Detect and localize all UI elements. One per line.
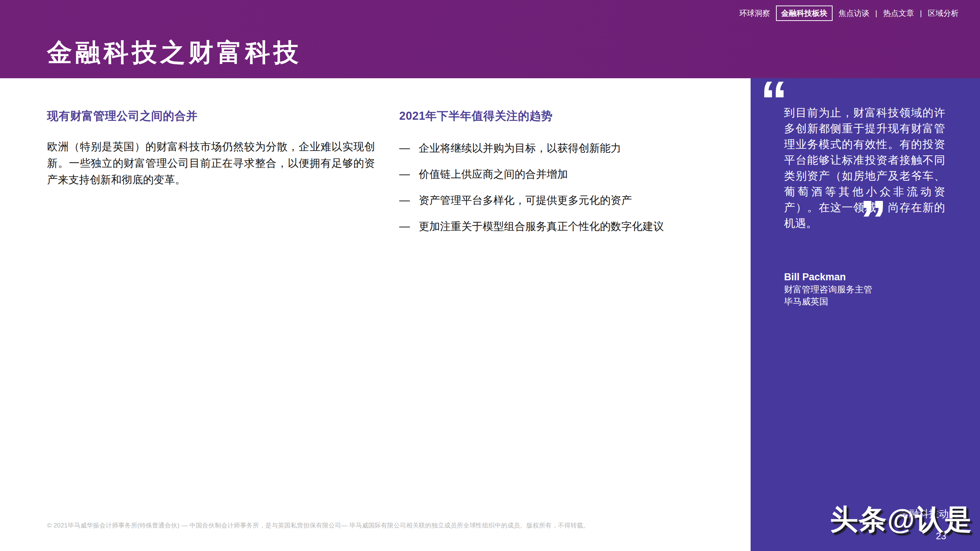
column-trends: 2021年下半年值得关注的趋势 — 企业将继续以并购为目标，以获得创新能力 — … (399, 108, 752, 245)
quote-attribution: Bill Packman 财富管理咨询服务主管 毕马威英国 (784, 271, 872, 308)
page-title: 金融科技之财富科技 (47, 40, 302, 65)
dash-bullet: — (399, 141, 410, 156)
trend-text: 价值链上供应商之间的合并增加 (419, 167, 568, 181)
nav-item-hot-articles[interactable]: 热点文章 (883, 7, 915, 19)
nav-item-focus-interviews[interactable]: 焦点访谈 (838, 7, 870, 19)
consolidation-paragraph: 欧洲（特别是英国）的财富科技市场仍然较为分散，企业难以实现创新。一些独立的财富管… (47, 138, 375, 188)
list-item: — 企业将继续以并购为目标，以获得创新能力 (399, 141, 752, 156)
nav-item-global-insights[interactable]: 环球洞察 (738, 7, 771, 19)
nav-item-regional-analysis[interactable]: 区域分析 (927, 7, 959, 19)
column-consolidation: 现有财富管理公司之间的合并 欧洲（特别是英国）的财富科技市场仍然较为分散，企业难… (47, 108, 378, 188)
nav-separator: | (875, 9, 877, 17)
dash-bullet: — (399, 167, 410, 181)
nav-item-fintech-section[interactable]: 金融科技板块 (776, 5, 833, 21)
header-band: 环球洞察 金融科技板块 焦点访谈 | 热点文章 | 区域分析 金融科技之财富科技 (0, 0, 980, 78)
consolidation-heading: 现有财富管理公司之间的合并 (47, 108, 378, 124)
list-item: — 资产管理平台多样化，可提供更多元化的资产 (399, 193, 752, 208)
nav-separator: | (920, 9, 922, 17)
quote-sidebar: “ 到目前为止，财富科技领域的许多创新都侧重于提升现有财富管理业务模式的有效性。… (751, 78, 980, 551)
author-role: 财富管理咨询服务主管 (784, 283, 872, 295)
top-navigation: 环球洞察 金融科技板块 焦点访谈 | 热点文章 | 区域分析 (738, 5, 959, 21)
trends-heading: 2021年下半年值得关注的趋势 (399, 108, 752, 124)
author-org: 毕马威英国 (784, 295, 872, 308)
dash-bullet: — (399, 193, 410, 208)
dash-bullet: — (399, 219, 410, 233)
trend-text: 资产管理平台多样化，可提供更多元化的资产 (419, 193, 632, 208)
copyright-note: © 2021毕马威华振会计师事务所(特殊普通合伙) — 中国合伙制会计师事务所，… (47, 521, 590, 530)
trend-text: 企业将继续以并购为目标，以获得创新能力 (419, 141, 621, 156)
close-quote-icon: ” (859, 192, 887, 247)
slide-page: 环球洞察 金融科技板块 焦点访谈 | 热点文章 | 区域分析 金融科技之财富科技… (0, 0, 980, 551)
author-name: Bill Packman (784, 271, 872, 283)
watermark: 头条@认是 (830, 501, 973, 539)
open-quote-icon: “ (760, 73, 788, 128)
list-item: — 价值链上供应商之间的合并增加 (399, 167, 752, 181)
list-item: — 更加注重关于模型组合服务真正个性化的数字化建议 (399, 219, 752, 233)
trend-text: 更加注重关于模型组合服务真正个性化的数字化建议 (419, 219, 664, 233)
trend-list: — 企业将继续以并购为目标，以获得创新能力 — 价值链上供应商之间的合并增加 —… (399, 141, 752, 233)
